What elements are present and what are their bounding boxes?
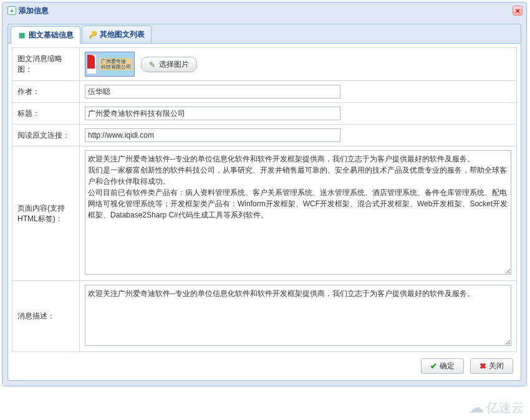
add-icon: +: [7, 6, 16, 15]
form-icon: ▦: [17, 31, 26, 40]
tab-other-list[interactable]: 🔑 其他图文列表: [82, 26, 152, 43]
cell-thumbnail: 广州爱奇迪科技有限公司 ✎ 选择图片: [80, 48, 517, 81]
row-title: 标题：: [12, 103, 517, 125]
titlebar: + 添加信息 ✕: [2, 2, 526, 19]
check-icon: ✔: [430, 361, 437, 371]
button-bar: ✔ 确定 ✖ 关闭: [12, 352, 517, 376]
tab-basic-info[interactable]: ▦ 图文基础信息: [11, 26, 80, 44]
thumbnail-image: 广州爱奇迪科技有限公司: [85, 52, 135, 77]
form-table: 图文消息缩略图： 广州爱奇迪科技有限公司 ✎ 选择图片: [12, 47, 517, 352]
row-description: 消息描述：: [12, 281, 517, 352]
x-icon: ✖: [479, 361, 486, 371]
window-title: 添加信息: [19, 6, 49, 16]
label-title: 标题：: [12, 103, 80, 125]
form-panel: 图文消息缩略图： 广州爱奇迪科技有限公司 ✎ 选择图片: [7, 44, 521, 381]
tab-label: 图文基础信息: [29, 30, 74, 41]
content-textarea[interactable]: [85, 150, 511, 275]
label-source-url: 阅读原文连接：: [12, 125, 80, 146]
close-label: 关闭: [489, 361, 504, 371]
description-textarea[interactable]: [85, 285, 511, 346]
author-input[interactable]: [85, 85, 340, 98]
row-content: 页面内容(支持HTML标签)：: [12, 146, 517, 281]
panel-body: ▦ 图文基础信息 🔑 其他图文列表 图文消息缩略图： 广州爱奇迪科技有限公司: [2, 19, 526, 386]
title-input[interactable]: [85, 107, 340, 120]
dialog-window: + 添加信息 ✕ ▦ 图文基础信息 🔑 其他图文列表 图文消息缩略图：: [2, 2, 527, 386]
pencil-icon: ✎: [149, 60, 157, 68]
row-author: 作者：: [12, 81, 517, 103]
tabs-strip: ▦ 图文基础信息 🔑 其他图文列表: [7, 24, 521, 44]
ok-label: 确定: [440, 361, 455, 371]
label-content: 页面内容(支持HTML标签)：: [12, 146, 80, 281]
row-source-url: 阅读原文连接：: [12, 125, 517, 146]
row-thumbnail: 图文消息缩略图： 广州爱奇迪科技有限公司 ✎ 选择图片: [12, 48, 517, 81]
close-icon[interactable]: ✕: [513, 6, 523, 16]
key-icon: 🔑: [89, 31, 97, 39]
select-image-button[interactable]: ✎ 选择图片: [141, 57, 197, 72]
label-thumbnail: 图文消息缩略图：: [12, 48, 80, 81]
close-button[interactable]: ✖ 关闭: [470, 358, 513, 374]
select-image-label: 选择图片: [159, 59, 189, 70]
tab-label: 其他图文列表: [100, 29, 145, 40]
label-description: 消息描述：: [12, 281, 80, 352]
label-author: 作者：: [12, 81, 80, 103]
source-url-input[interactable]: [85, 128, 340, 142]
ok-button[interactable]: ✔ 确定: [421, 358, 464, 374]
